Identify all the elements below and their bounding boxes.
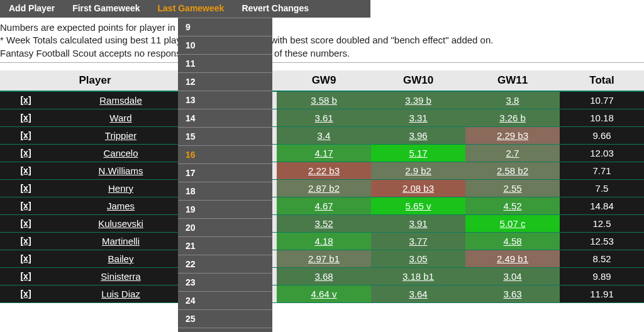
table-row: [x]Sinisterra3.683.18 b13.049.89 xyxy=(0,267,644,285)
player-name-link[interactable]: Luis Diaz xyxy=(52,285,190,302)
dropdown-option-9[interactable]: 9 xyxy=(178,18,272,36)
table-row: [x]Luis Diaz4.64 v3.643.6311.91 xyxy=(0,285,644,302)
player-name-link[interactable]: Henry xyxy=(52,179,190,197)
dropdown-option-20[interactable]: 20 xyxy=(178,218,272,236)
player-name-link[interactable]: Bailey xyxy=(52,250,190,267)
player-name-link[interactable]: Ramsdale xyxy=(52,91,190,109)
gw-cell[interactable]: 3.77 xyxy=(371,232,465,250)
dropdown-option-18[interactable]: 18 xyxy=(178,182,272,200)
col-gw11: GW11 xyxy=(465,70,560,91)
remove-player-button[interactable]: [x] xyxy=(0,267,52,285)
gw-cell[interactable]: 3.61 xyxy=(277,109,371,126)
dropdown-option-19[interactable]: 19 xyxy=(178,200,272,218)
dropdown-option-11[interactable]: 11 xyxy=(178,54,272,72)
remove-player-button[interactable]: [x] xyxy=(0,250,52,267)
notes-block: Numbers are expected points for player i… xyxy=(0,18,644,65)
gw-cell[interactable]: 5.07 c xyxy=(465,214,560,232)
player-name-link[interactable]: N.Williams xyxy=(52,162,190,179)
add-player-button[interactable]: Add Player xyxy=(0,0,64,18)
gw-cell[interactable]: 4.64 v xyxy=(277,285,371,302)
gw-cell[interactable]: 3.58 b xyxy=(277,91,371,109)
player-name-link[interactable]: Ward xyxy=(52,109,190,126)
player-name-link[interactable]: Martinelli xyxy=(52,232,190,250)
player-name-link[interactable]: Kulusevski xyxy=(52,214,190,232)
gw-cell[interactable]: 2.49 b1 xyxy=(465,250,560,267)
col-player: Player xyxy=(0,70,190,91)
gw-cell[interactable]: 2.29 b3 xyxy=(465,126,560,144)
total-cell: 9.66 xyxy=(560,126,644,144)
dropdown-option-13[interactable]: 13 xyxy=(178,91,272,109)
gw-cell[interactable]: 3.91 xyxy=(371,214,465,232)
gw-cell[interactable]: 5.65 v xyxy=(371,197,465,214)
col-total: Total xyxy=(560,70,644,91)
gw-cell[interactable]: 3.18 b1 xyxy=(371,267,465,285)
gw-cell[interactable]: 3.04 xyxy=(465,267,560,285)
remove-player-button[interactable]: [x] xyxy=(0,144,52,162)
remove-player-button[interactable]: [x] xyxy=(0,162,52,179)
dropdown-option-23[interactable]: 23 xyxy=(178,273,272,291)
remove-player-button[interactable]: [x] xyxy=(0,232,52,250)
player-name-link[interactable]: Trippier xyxy=(52,126,190,144)
gw-cell[interactable]: 2.55 xyxy=(465,179,560,197)
player-name-link[interactable]: James xyxy=(52,197,190,214)
last-gameweek-dropdown: 91011121314151617181920212223242526 xyxy=(178,18,272,303)
dropdown-option-14[interactable]: 14 xyxy=(178,109,272,127)
last-gameweek-button[interactable]: Last Gameweek xyxy=(149,0,233,18)
gw-cell[interactable]: 3.26 b xyxy=(465,109,560,126)
total-cell: 8.52 xyxy=(560,250,644,267)
gw-cell[interactable]: 3.52 xyxy=(277,214,371,232)
table-row: [x]Ward3.613.313.26 b10.18 xyxy=(0,109,644,126)
notes-line: Fantasy Football Scout accepts no respon… xyxy=(0,47,644,60)
dropdown-option-21[interactable]: 21 xyxy=(178,236,272,255)
gw-cell[interactable]: 4.18 xyxy=(277,232,371,250)
gw-cell[interactable]: 3.96 xyxy=(371,126,465,144)
remove-player-button[interactable]: [x] xyxy=(0,91,52,109)
header-row: Player GW9 GW10 GW11 Total xyxy=(0,70,644,91)
dropdown-option-17[interactable]: 17 xyxy=(178,163,272,182)
gw-cell[interactable]: 3.63 xyxy=(465,285,560,302)
dropdown-option-10[interactable]: 10 xyxy=(178,36,272,54)
col-gw10: GW10 xyxy=(371,70,465,91)
first-gameweek-button[interactable]: First Gameweek xyxy=(64,0,148,18)
player-name-link[interactable]: Cancelo xyxy=(52,144,190,162)
gw-cell[interactable]: 4.52 xyxy=(465,197,560,214)
table-row: [x]Trippier3.43.962.29 b39.66 xyxy=(0,126,644,144)
revert-changes-button[interactable]: Revert Changes xyxy=(233,0,318,18)
table-row: [x]N.Williams2.22 b32.9 b22.58 b27.71 xyxy=(0,162,644,179)
gw-cell[interactable]: 3.31 xyxy=(371,109,465,126)
total-cell: 10.18 xyxy=(560,109,644,126)
gw-cell[interactable]: 3.4 xyxy=(277,126,371,144)
gw-cell[interactable]: 3.05 xyxy=(371,250,465,267)
gw-cell[interactable]: 4.17 xyxy=(277,144,371,162)
player-name-link[interactable]: Sinisterra xyxy=(52,267,190,285)
gw-cell[interactable]: 3.68 xyxy=(277,267,371,285)
table-row: [x]Ramsdale3.58 b3.39 b3.810.77 xyxy=(0,91,644,109)
remove-player-button[interactable]: [x] xyxy=(0,179,52,197)
remove-player-button[interactable]: [x] xyxy=(0,197,52,214)
gw-cell[interactable]: 2.97 b1 xyxy=(277,250,371,267)
gw-cell[interactable]: 3.64 xyxy=(371,285,465,302)
dropdown-option-22[interactable]: 22 xyxy=(178,255,272,273)
gw-cell[interactable]: 3.8 xyxy=(465,91,560,109)
gw-cell[interactable]: 2.08 b3 xyxy=(371,179,465,197)
gw-cell[interactable]: 2.87 b2 xyxy=(277,179,371,197)
dropdown-option-24[interactable]: 24 xyxy=(178,291,272,303)
dropdown-option-15[interactable]: 15 xyxy=(178,127,272,145)
gw-cell[interactable]: 4.67 xyxy=(277,197,371,214)
gw-cell[interactable]: 2.22 b3 xyxy=(277,162,371,179)
gw-cell[interactable]: 2.58 b2 xyxy=(465,162,560,179)
remove-player-button[interactable]: [x] xyxy=(0,109,52,126)
gw-cell[interactable]: 5.17 xyxy=(371,144,465,162)
table-row: [x]Kulusevski3.523.915.07 c12.5 xyxy=(0,214,644,232)
gw-cell[interactable]: 3.39 b xyxy=(371,91,465,109)
dropdown-option-12[interactable]: 12 xyxy=(178,72,272,91)
gw-cell[interactable]: 2.7 xyxy=(465,144,560,162)
gw-cell[interactable]: 4.58 xyxy=(465,232,560,250)
remove-player-button[interactable]: [x] xyxy=(0,214,52,232)
toolbar: Add Player First Gameweek Last Gameweek … xyxy=(0,0,370,18)
table-row: [x]Cancelo4.175.172.712.03 xyxy=(0,144,644,162)
gw-cell[interactable]: 2.9 b2 xyxy=(371,162,465,179)
remove-player-button[interactable]: [x] xyxy=(0,126,52,144)
remove-player-button[interactable]: [x] xyxy=(0,285,52,302)
dropdown-option-16[interactable]: 16 xyxy=(178,145,272,163)
